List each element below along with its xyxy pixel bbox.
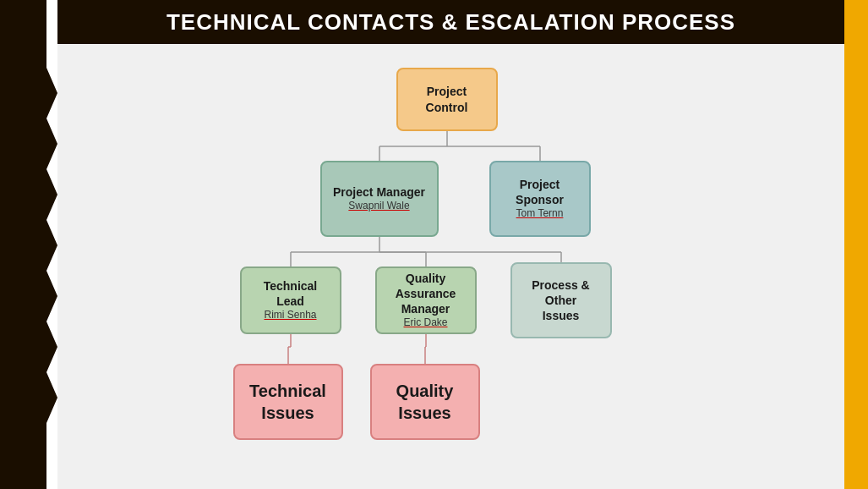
project-control-line2: Control xyxy=(426,100,468,115)
project-manager-title: Project Manager xyxy=(333,184,425,200)
qa-manager-title-line2: Manager xyxy=(401,301,450,316)
technical-issues-line1: Technical xyxy=(249,380,326,402)
node-project-control: Project Control xyxy=(396,68,498,131)
process-issues-line1: Process & xyxy=(532,277,589,293)
project-manager-person: Swapnil Wale xyxy=(348,200,409,213)
node-technical-lead: Technical Lead Rimi Senha xyxy=(240,266,341,334)
project-control-line1: Project xyxy=(427,84,467,99)
qa-manager-person: Eric Dake xyxy=(403,316,447,330)
node-qa-manager: Quality Assurance Manager Eric Dake xyxy=(375,266,477,334)
project-sponsor-person: Tom Ternn xyxy=(516,207,564,221)
node-project-sponsor: Project Sponsor Tom Ternn xyxy=(489,161,591,237)
technical-lead-title: Technical Lead xyxy=(250,278,331,309)
process-issues-line2: Other xyxy=(545,293,576,308)
main-content: Project Control Project Manager Swapnil … xyxy=(57,44,844,489)
quality-issues-line1: Quality xyxy=(396,380,454,402)
node-quality-issues: Quality Issues xyxy=(370,364,480,440)
technical-issues-line2: Issues xyxy=(261,402,314,424)
right-decorative-bar xyxy=(844,0,868,489)
node-project-manager: Project Manager Swapnil Wale xyxy=(320,161,439,237)
process-issues-line3: Issues xyxy=(543,308,580,323)
project-sponsor-title: Project Sponsor xyxy=(500,177,581,207)
node-process-other-issues: Process & Other Issues xyxy=(510,262,612,338)
page-header: TECHNICAL CONTACTS & ESCALATION PROCESS xyxy=(57,0,844,44)
technical-lead-person: Rimi Senha xyxy=(264,309,316,322)
qa-manager-title-line1: Quality Assurance xyxy=(385,271,467,301)
org-chart: Project Control Project Manager Swapnil … xyxy=(156,59,747,482)
node-technical-issues: Technical Issues xyxy=(233,364,343,440)
left-decorative-bar xyxy=(0,0,57,489)
quality-issues-line2: Issues xyxy=(398,402,450,424)
page-title: TECHNICAL CONTACTS & ESCALATION PROCESS xyxy=(167,9,735,36)
